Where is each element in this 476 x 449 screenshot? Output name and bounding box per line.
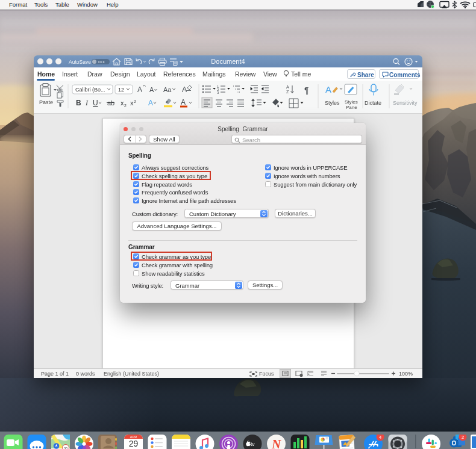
svg-text:Aa: Aa xyxy=(163,86,172,93)
svg-text:O: O xyxy=(452,440,457,447)
svg-text:2: 2 xyxy=(124,104,127,108)
svg-text:12: 12 xyxy=(118,87,124,93)
svg-text:Sensitivity: Sensitivity xyxy=(393,100,418,106)
svg-text:Dictate: Dictate xyxy=(365,100,381,106)
svg-text:U: U xyxy=(93,99,98,107)
svg-text:A: A xyxy=(148,99,153,107)
svg-text:Paste: Paste xyxy=(39,99,53,105)
svg-text:Styles: Styles xyxy=(325,100,340,106)
svg-text:Z: Z xyxy=(286,90,289,94)
svg-text:4: 4 xyxy=(379,435,381,440)
svg-text:A: A xyxy=(137,85,142,94)
svg-text:N: N xyxy=(271,437,281,449)
svg-text:A: A xyxy=(149,86,154,93)
svg-text:B: B xyxy=(76,99,81,107)
svg-text:Calibri (Bo...: Calibri (Bo... xyxy=(75,87,105,93)
svg-text:A: A xyxy=(182,85,187,94)
svg-text:Pane: Pane xyxy=(346,105,357,110)
svg-text:A: A xyxy=(325,84,331,94)
svg-text:A: A xyxy=(181,98,186,107)
svg-text:APR: APR xyxy=(130,435,137,439)
svg-text:A: A xyxy=(286,85,289,89)
svg-text:Styles: Styles xyxy=(345,99,358,105)
svg-text:2: 2 xyxy=(462,435,464,440)
svg-text:I: I xyxy=(85,99,89,107)
svg-text:tv: tv xyxy=(251,441,255,447)
svg-text:2: 2 xyxy=(134,99,136,104)
svg-text:30: 30 xyxy=(64,447,67,449)
svg-text:3: 3 xyxy=(217,91,219,94)
svg-text:¶: ¶ xyxy=(304,85,309,95)
svg-text:29: 29 xyxy=(129,439,139,448)
